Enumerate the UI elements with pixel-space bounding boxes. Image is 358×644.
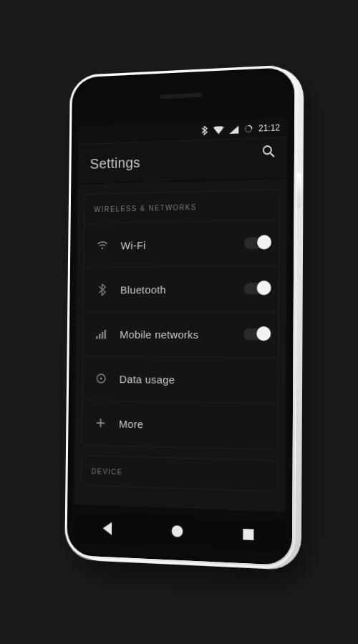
- bluetooth-status-icon: [200, 125, 208, 135]
- more-row[interactable]: More: [82, 401, 278, 449]
- bluetooth-icon: [93, 283, 111, 296]
- bluetooth-label: Bluetooth: [111, 283, 244, 296]
- svg-rect-4: [96, 336, 97, 339]
- search-button[interactable]: [258, 142, 279, 163]
- svg-rect-13: [243, 528, 253, 540]
- svg-point-3: [102, 248, 103, 250]
- back-icon: [102, 521, 114, 536]
- wireless-networks-header: WIRELESS & NETWORKS: [84, 190, 279, 224]
- device-header: DEVICE: [82, 456, 277, 491]
- plus-icon: [92, 418, 110, 428]
- app-bar: Settings: [78, 137, 287, 185]
- data-usage-row[interactable]: Data usage: [82, 356, 278, 404]
- mobile-networks-row[interactable]: Mobile networks: [83, 312, 278, 358]
- wifi-icon: [94, 240, 112, 250]
- mobile-networks-toggle[interactable]: [243, 328, 268, 340]
- wifi-label: Wi-Fi: [111, 237, 244, 251]
- screen: 21:12 Settings: [74, 118, 288, 512]
- svg-point-9: [100, 377, 102, 379]
- settings-content[interactable]: WIRELESS & NETWORKS Wi-Fi: [74, 179, 287, 512]
- back-button[interactable]: [87, 512, 128, 545]
- svg-rect-7: [105, 330, 106, 339]
- mobile-networks-label: Mobile networks: [110, 328, 243, 340]
- spinner-status-icon: [244, 125, 253, 133]
- recents-icon: [242, 527, 254, 540]
- power-button[interactable]: [297, 172, 301, 208]
- data-usage-icon: [92, 373, 110, 384]
- search-icon: [261, 144, 276, 162]
- bluetooth-row[interactable]: Bluetooth: [84, 266, 279, 313]
- wireless-networks-section: WIRELESS & NETWORKS Wi-Fi: [82, 189, 280, 450]
- wifi-row[interactable]: Wi-Fi: [84, 220, 279, 268]
- phone-glass: 21:12 Settings: [67, 67, 294, 565]
- signal-bars-icon: [93, 329, 111, 339]
- navigation-bar: [74, 512, 285, 552]
- signal-status-icon: [229, 125, 238, 133]
- more-label: More: [110, 417, 268, 432]
- earpiece: [160, 93, 202, 99]
- svg-point-1: [263, 146, 271, 154]
- home-icon: [170, 524, 185, 539]
- home-button[interactable]: [156, 514, 198, 548]
- phone-device: 21:12 Settings: [64, 64, 298, 569]
- recents-button[interactable]: [227, 517, 270, 552]
- bluetooth-toggle[interactable]: [244, 283, 268, 294]
- device-section: DEVICE: [81, 455, 278, 492]
- svg-rect-5: [99, 334, 100, 339]
- svg-line-2: [271, 153, 274, 157]
- data-usage-label: Data usage: [110, 373, 268, 387]
- svg-rect-6: [102, 332, 103, 339]
- wifi-toggle[interactable]: [244, 237, 268, 249]
- page-title: Settings: [78, 155, 140, 172]
- svg-point-12: [172, 525, 183, 537]
- clock-label: 21:12: [258, 122, 280, 133]
- svg-point-0: [246, 125, 252, 132]
- wifi-status-icon: [213, 126, 224, 135]
